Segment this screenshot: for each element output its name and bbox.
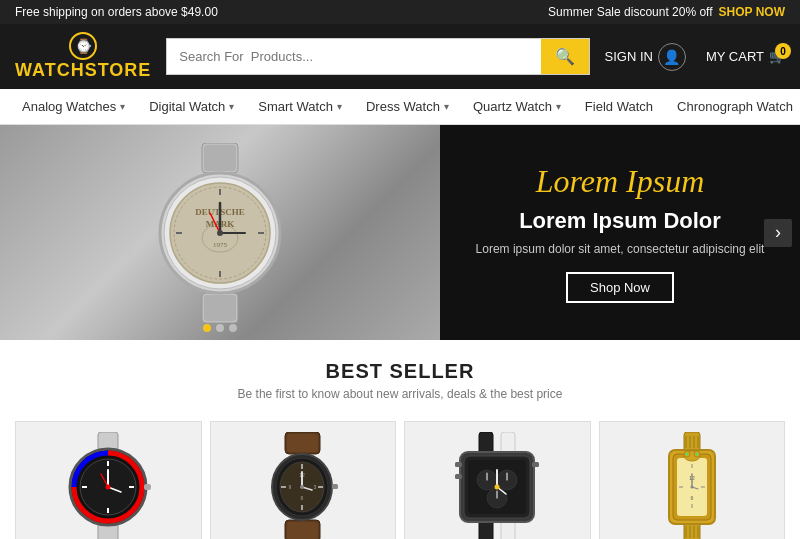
hero-dot-1[interactable] bbox=[203, 324, 211, 332]
best-seller-title: BEST SELLER bbox=[15, 360, 785, 383]
svg-rect-1 bbox=[204, 145, 236, 171]
sign-in-label: SIGN IN bbox=[605, 49, 653, 64]
hero-watch-image: DEUTSCHE MARK 1975 bbox=[0, 125, 440, 340]
sign-in-button[interactable]: SIGN IN 👤 bbox=[605, 43, 686, 71]
main-nav: Analog Watches ▾ Digital Watch ▾ Smart W… bbox=[0, 89, 800, 125]
svg-point-88 bbox=[685, 453, 688, 456]
search-input[interactable] bbox=[167, 39, 540, 74]
product-card-2[interactable]: 12 6 9 3 PRODUCT 2 bbox=[210, 421, 397, 539]
nav-quartz-watch[interactable]: Quartz Watch ▾ bbox=[461, 89, 573, 124]
svg-rect-69 bbox=[455, 462, 462, 467]
svg-text:9: 9 bbox=[289, 484, 292, 490]
hero-content-right: Lorem Ipsum Lorem Ipsum Dolor Lorem ipsu… bbox=[440, 125, 800, 340]
nav-digital-watch[interactable]: Digital Watch ▾ bbox=[137, 89, 246, 124]
top-banner: Free shipping on orders above $49.00 Sum… bbox=[0, 0, 800, 24]
chevron-down-icon: ▾ bbox=[229, 101, 234, 112]
hero-tagline: Lorem Ipsum bbox=[536, 163, 705, 200]
chevron-down-icon: ▾ bbox=[120, 101, 125, 112]
products-grid: PRODUCT 1 12 6 bbox=[0, 411, 800, 539]
user-icon: 👤 bbox=[658, 43, 686, 71]
cart-icon-wrap: 🛒 0 bbox=[769, 49, 785, 64]
product-card-4[interactable]: 12 6 PRODUCT 4 bbox=[599, 421, 786, 539]
hero-title: Lorem Ipsum Dolor bbox=[519, 208, 721, 234]
logo-watch: WATCH bbox=[15, 60, 85, 80]
product-image-2: 12 6 9 3 bbox=[211, 422, 396, 539]
hero-banner: DEUTSCHE MARK 1975 bbox=[0, 125, 800, 340]
svg-rect-33 bbox=[144, 484, 151, 490]
hero-image-left: DEUTSCHE MARK 1975 bbox=[0, 125, 440, 340]
svg-rect-71 bbox=[532, 462, 539, 467]
logo-store: STORE bbox=[85, 60, 152, 80]
logo-icon: ⌚ bbox=[69, 32, 97, 60]
hero-dot-3[interactable] bbox=[229, 324, 237, 332]
svg-text:6: 6 bbox=[690, 495, 693, 501]
logo-text: WATCHSTORE bbox=[15, 60, 151, 81]
product-card-3[interactable]: PRODUCT 3 bbox=[404, 421, 591, 539]
free-shipping-text: Free shipping on orders above $49.00 bbox=[15, 5, 218, 19]
search-bar: 🔍 bbox=[166, 38, 589, 75]
hero-dot-2[interactable] bbox=[216, 324, 224, 332]
product-image-4: 12 6 bbox=[600, 422, 785, 539]
nav-dress-watch[interactable]: Dress Watch ▾ bbox=[354, 89, 461, 124]
svg-point-68 bbox=[495, 485, 500, 490]
svg-rect-35 bbox=[287, 434, 318, 452]
best-seller-section: BEST SELLER Be the first to know about n… bbox=[0, 340, 800, 411]
svg-text:6: 6 bbox=[301, 495, 304, 501]
product-image-1 bbox=[16, 422, 201, 539]
nav-field-watch[interactable]: Field Watch bbox=[573, 89, 665, 124]
hero-shop-now-button[interactable]: Shop Now bbox=[566, 272, 674, 303]
sale-info: Summer Sale discount 20% off SHOP NOW bbox=[548, 5, 785, 19]
svg-text:3: 3 bbox=[314, 484, 317, 490]
header: ⌚ WATCHSTORE 🔍 SIGN IN 👤 MY CART 🛒 0 bbox=[0, 24, 800, 89]
svg-point-89 bbox=[695, 453, 698, 456]
header-actions: SIGN IN 👤 MY CART 🛒 0 bbox=[605, 43, 785, 71]
chevron-down-icon: ▾ bbox=[444, 101, 449, 112]
shop-now-link[interactable]: SHOP NOW bbox=[719, 5, 785, 19]
svg-text:1975: 1975 bbox=[213, 241, 228, 249]
svg-rect-37 bbox=[287, 522, 318, 539]
svg-point-19 bbox=[217, 230, 223, 236]
logo[interactable]: ⌚ WATCHSTORE bbox=[15, 32, 151, 81]
product-card-1[interactable]: PRODUCT 1 bbox=[15, 421, 202, 539]
hero-description: Lorem ipsum dolor sit amet, consectetur … bbox=[476, 242, 765, 256]
chevron-down-icon: ▾ bbox=[556, 101, 561, 112]
nav-analog-watches[interactable]: Analog Watches ▾ bbox=[10, 89, 137, 124]
my-cart-label: MY CART bbox=[706, 49, 764, 64]
svg-rect-52 bbox=[332, 484, 338, 489]
svg-rect-70 bbox=[455, 474, 462, 479]
cart-badge: 0 bbox=[775, 43, 791, 59]
chevron-down-icon: ▾ bbox=[337, 101, 342, 112]
best-seller-subtitle: Be the first to know about new arrivals,… bbox=[15, 387, 785, 401]
product-image-3 bbox=[405, 422, 590, 539]
cart-button[interactable]: MY CART 🛒 0 bbox=[706, 49, 785, 64]
search-button[interactable]: 🔍 bbox=[541, 39, 589, 74]
svg-point-32 bbox=[106, 485, 111, 490]
nav-smart-watch[interactable]: Smart Watch ▾ bbox=[246, 89, 354, 124]
hero-next-arrow[interactable]: › bbox=[764, 219, 792, 247]
nav-chronograph-watch[interactable]: Chronograph Watch bbox=[665, 89, 800, 124]
hero-dots bbox=[203, 324, 237, 332]
svg-point-98 bbox=[690, 486, 693, 489]
sale-text: Summer Sale discount 20% off bbox=[548, 5, 713, 19]
svg-point-51 bbox=[300, 485, 304, 489]
svg-rect-3 bbox=[204, 295, 236, 321]
